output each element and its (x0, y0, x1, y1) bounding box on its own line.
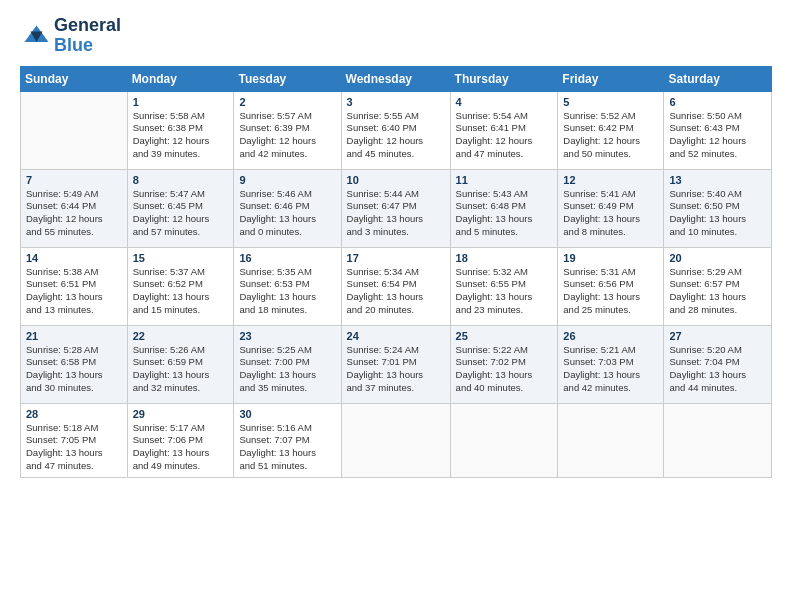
day-info: Sunrise: 5:29 AM Sunset: 6:57 PM Dayligh… (669, 266, 766, 317)
calendar-cell: 7Sunrise: 5:49 AM Sunset: 6:44 PM Daylig… (21, 169, 128, 247)
calendar-row-4: 28Sunrise: 5:18 AM Sunset: 7:05 PM Dayli… (21, 403, 772, 477)
calendar-cell: 30Sunrise: 5:16 AM Sunset: 7:07 PM Dayli… (234, 403, 341, 477)
calendar-cell: 28Sunrise: 5:18 AM Sunset: 7:05 PM Dayli… (21, 403, 128, 477)
day-info: Sunrise: 5:17 AM Sunset: 7:06 PM Dayligh… (133, 422, 229, 473)
day-number: 2 (239, 96, 335, 108)
calendar-cell: 29Sunrise: 5:17 AM Sunset: 7:06 PM Dayli… (127, 403, 234, 477)
calendar-cell: 11Sunrise: 5:43 AM Sunset: 6:48 PM Dayli… (450, 169, 558, 247)
day-info: Sunrise: 5:20 AM Sunset: 7:04 PM Dayligh… (669, 344, 766, 395)
day-number: 30 (239, 408, 335, 420)
calendar-cell: 3Sunrise: 5:55 AM Sunset: 6:40 PM Daylig… (341, 91, 450, 169)
day-info: Sunrise: 5:24 AM Sunset: 7:01 PM Dayligh… (347, 344, 445, 395)
day-number: 15 (133, 252, 229, 264)
calendar-row-3: 21Sunrise: 5:28 AM Sunset: 6:58 PM Dayli… (21, 325, 772, 403)
calendar-table: SundayMondayTuesdayWednesdayThursdayFrid… (20, 66, 772, 478)
calendar-cell: 22Sunrise: 5:26 AM Sunset: 6:59 PM Dayli… (127, 325, 234, 403)
calendar-cell (558, 403, 664, 477)
calendar-cell: 23Sunrise: 5:25 AM Sunset: 7:00 PM Dayli… (234, 325, 341, 403)
day-info: Sunrise: 5:34 AM Sunset: 6:54 PM Dayligh… (347, 266, 445, 317)
day-number: 28 (26, 408, 122, 420)
day-number: 6 (669, 96, 766, 108)
day-number: 14 (26, 252, 122, 264)
day-info: Sunrise: 5:50 AM Sunset: 6:43 PM Dayligh… (669, 110, 766, 161)
day-info: Sunrise: 5:32 AM Sunset: 6:55 PM Dayligh… (456, 266, 553, 317)
calendar-cell: 4Sunrise: 5:54 AM Sunset: 6:41 PM Daylig… (450, 91, 558, 169)
col-header-saturday: Saturday (664, 66, 772, 91)
calendar-cell: 1Sunrise: 5:58 AM Sunset: 6:38 PM Daylig… (127, 91, 234, 169)
calendar-row-1: 7Sunrise: 5:49 AM Sunset: 6:44 PM Daylig… (21, 169, 772, 247)
day-info: Sunrise: 5:44 AM Sunset: 6:47 PM Dayligh… (347, 188, 445, 239)
day-info: Sunrise: 5:52 AM Sunset: 6:42 PM Dayligh… (563, 110, 658, 161)
calendar-row-0: 1Sunrise: 5:58 AM Sunset: 6:38 PM Daylig… (21, 91, 772, 169)
day-number: 29 (133, 408, 229, 420)
calendar-cell (450, 403, 558, 477)
logo-icon (20, 21, 50, 51)
day-number: 10 (347, 174, 445, 186)
calendar-cell: 19Sunrise: 5:31 AM Sunset: 6:56 PM Dayli… (558, 247, 664, 325)
col-header-sunday: Sunday (21, 66, 128, 91)
day-info: Sunrise: 5:37 AM Sunset: 6:52 PM Dayligh… (133, 266, 229, 317)
day-number: 9 (239, 174, 335, 186)
header: GeneralBlue (20, 16, 772, 56)
day-info: Sunrise: 5:41 AM Sunset: 6:49 PM Dayligh… (563, 188, 658, 239)
col-header-tuesday: Tuesday (234, 66, 341, 91)
day-info: Sunrise: 5:49 AM Sunset: 6:44 PM Dayligh… (26, 188, 122, 239)
day-number: 8 (133, 174, 229, 186)
day-info: Sunrise: 5:46 AM Sunset: 6:46 PM Dayligh… (239, 188, 335, 239)
col-header-monday: Monday (127, 66, 234, 91)
calendar-header-row: SundayMondayTuesdayWednesdayThursdayFrid… (21, 66, 772, 91)
day-info: Sunrise: 5:35 AM Sunset: 6:53 PM Dayligh… (239, 266, 335, 317)
calendar-cell: 2Sunrise: 5:57 AM Sunset: 6:39 PM Daylig… (234, 91, 341, 169)
day-info: Sunrise: 5:38 AM Sunset: 6:51 PM Dayligh… (26, 266, 122, 317)
day-number: 18 (456, 252, 553, 264)
day-number: 26 (563, 330, 658, 342)
day-info: Sunrise: 5:21 AM Sunset: 7:03 PM Dayligh… (563, 344, 658, 395)
calendar-cell: 8Sunrise: 5:47 AM Sunset: 6:45 PM Daylig… (127, 169, 234, 247)
page: GeneralBlue SundayMondayTuesdayWednesday… (0, 0, 792, 612)
day-info: Sunrise: 5:22 AM Sunset: 7:02 PM Dayligh… (456, 344, 553, 395)
day-number: 21 (26, 330, 122, 342)
logo: GeneralBlue (20, 16, 121, 56)
day-number: 4 (456, 96, 553, 108)
calendar-cell: 25Sunrise: 5:22 AM Sunset: 7:02 PM Dayli… (450, 325, 558, 403)
day-number: 16 (239, 252, 335, 264)
day-number: 11 (456, 174, 553, 186)
day-info: Sunrise: 5:40 AM Sunset: 6:50 PM Dayligh… (669, 188, 766, 239)
calendar-row-2: 14Sunrise: 5:38 AM Sunset: 6:51 PM Dayli… (21, 247, 772, 325)
day-info: Sunrise: 5:16 AM Sunset: 7:07 PM Dayligh… (239, 422, 335, 473)
day-info: Sunrise: 5:54 AM Sunset: 6:41 PM Dayligh… (456, 110, 553, 161)
calendar-cell (21, 91, 128, 169)
day-number: 17 (347, 252, 445, 264)
day-number: 3 (347, 96, 445, 108)
calendar-cell: 21Sunrise: 5:28 AM Sunset: 6:58 PM Dayli… (21, 325, 128, 403)
day-number: 24 (347, 330, 445, 342)
calendar-cell: 18Sunrise: 5:32 AM Sunset: 6:55 PM Dayli… (450, 247, 558, 325)
calendar-cell: 20Sunrise: 5:29 AM Sunset: 6:57 PM Dayli… (664, 247, 772, 325)
day-info: Sunrise: 5:31 AM Sunset: 6:56 PM Dayligh… (563, 266, 658, 317)
day-info: Sunrise: 5:57 AM Sunset: 6:39 PM Dayligh… (239, 110, 335, 161)
calendar-cell: 16Sunrise: 5:35 AM Sunset: 6:53 PM Dayli… (234, 247, 341, 325)
calendar-cell (341, 403, 450, 477)
day-info: Sunrise: 5:47 AM Sunset: 6:45 PM Dayligh… (133, 188, 229, 239)
day-info: Sunrise: 5:25 AM Sunset: 7:00 PM Dayligh… (239, 344, 335, 395)
calendar-cell: 26Sunrise: 5:21 AM Sunset: 7:03 PM Dayli… (558, 325, 664, 403)
calendar-cell: 14Sunrise: 5:38 AM Sunset: 6:51 PM Dayli… (21, 247, 128, 325)
day-number: 22 (133, 330, 229, 342)
calendar-cell: 10Sunrise: 5:44 AM Sunset: 6:47 PM Dayli… (341, 169, 450, 247)
day-number: 27 (669, 330, 766, 342)
calendar-cell: 27Sunrise: 5:20 AM Sunset: 7:04 PM Dayli… (664, 325, 772, 403)
day-info: Sunrise: 5:18 AM Sunset: 7:05 PM Dayligh… (26, 422, 122, 473)
day-number: 12 (563, 174, 658, 186)
day-number: 5 (563, 96, 658, 108)
day-number: 20 (669, 252, 766, 264)
day-number: 25 (456, 330, 553, 342)
day-info: Sunrise: 5:28 AM Sunset: 6:58 PM Dayligh… (26, 344, 122, 395)
logo-text: GeneralBlue (54, 16, 121, 56)
day-number: 7 (26, 174, 122, 186)
calendar-cell: 15Sunrise: 5:37 AM Sunset: 6:52 PM Dayli… (127, 247, 234, 325)
calendar-cell: 12Sunrise: 5:41 AM Sunset: 6:49 PM Dayli… (558, 169, 664, 247)
calendar-cell (664, 403, 772, 477)
day-number: 19 (563, 252, 658, 264)
day-info: Sunrise: 5:55 AM Sunset: 6:40 PM Dayligh… (347, 110, 445, 161)
day-number: 23 (239, 330, 335, 342)
